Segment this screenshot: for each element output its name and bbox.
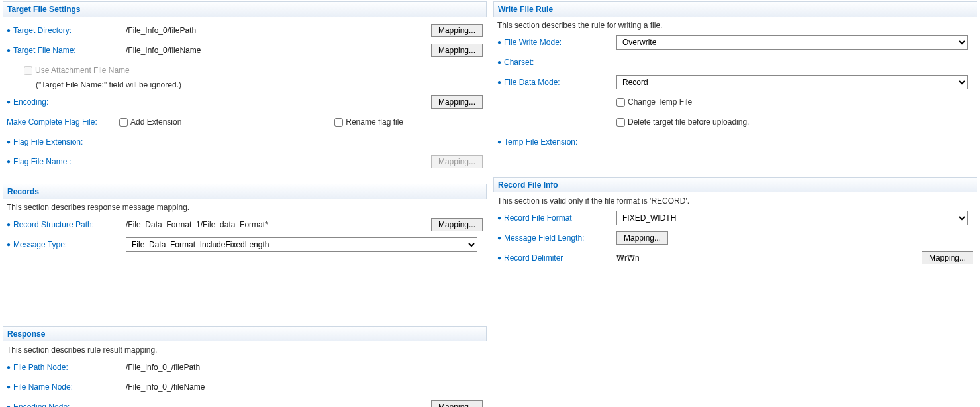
checkbox-input[interactable] (119, 118, 128, 127)
checkbox-delete-target-file[interactable]: Delete target file before uploading. (616, 117, 749, 127)
bullet-icon: ● (497, 59, 504, 66)
label-file-path-node: File Path Node: (13, 363, 126, 372)
note-use-attachment: ("Target File Name:" field will be ignor… (7, 80, 483, 89)
checkbox-change-temp-file[interactable]: Change Temp File (616, 97, 692, 107)
label-message-field-length: Message Field Length: (504, 233, 616, 243)
bullet-icon: ● (7, 364, 13, 371)
checkbox-input[interactable] (334, 118, 343, 127)
value-file-path-node: /File_info_0_/filePath (126, 363, 483, 372)
section-header: Records (3, 184, 487, 199)
section-header: Target File Settings (3, 1, 487, 17)
label-message-type: Message Type: (13, 240, 126, 249)
bullet-icon: ● (497, 139, 504, 145)
section-records: Records This section describes response … (3, 184, 487, 260)
bullet-icon: ● (7, 221, 13, 228)
label-charset: Charset: (504, 58, 616, 67)
label-file-write-mode: File Write Mode: (504, 38, 616, 47)
bullet-icon: ● (7, 241, 13, 248)
mapping-button-record-delimiter[interactable]: Mapping... (922, 251, 973, 264)
section-description: This section describes the rule for writ… (497, 21, 973, 30)
label-file-name-node: File Name Node: (13, 382, 126, 392)
bullet-icon: ● (497, 39, 504, 46)
section-header: Write File Rule (493, 1, 977, 17)
checkbox-use-attachment[interactable]: Use Attachment File Name (24, 66, 130, 75)
mapping-button-flag-file-name: Mapping... (431, 155, 483, 168)
value-target-directory: /File_Info_0/filePath (126, 26, 431, 35)
bullet-icon: ● (7, 384, 13, 390)
checkbox-label: Change Temp File (628, 97, 692, 107)
bullet-icon: ● (497, 79, 504, 86)
label-record-structure-path: Record Structure Path: (13, 220, 126, 229)
bullet-icon: ● (7, 47, 13, 54)
mapping-button-encoding[interactable]: Mapping... (431, 95, 483, 109)
section-description: This section describes response message … (7, 203, 483, 212)
bullet-icon: ● (497, 215, 504, 221)
section-header: Response (3, 326, 487, 341)
checkbox-rename-flag-file[interactable]: Rename flag file (334, 117, 403, 127)
select-file-write-mode[interactable]: Overwrite (616, 35, 968, 50)
label-target-directory: Target Directory: (13, 26, 126, 35)
value-file-name-node: /File_info_0_/fileName (126, 382, 483, 392)
label-encoding-node: Encoding Node: (13, 402, 126, 407)
bullet-icon: ● (7, 27, 13, 34)
label-make-flag-file: Make Complete Flag File: (7, 117, 119, 127)
section-write-file-rule: Write File Rule This section describes t… (493, 1, 977, 157)
mapping-button-encoding-node[interactable]: Mapping... (431, 400, 483, 407)
section-response: Response This section describes rule res… (3, 326, 487, 407)
label-record-delimiter: Record Delimiter (504, 253, 616, 262)
label-target-file-name: Target File Name: (13, 46, 126, 55)
section-description: This section is valid only if the file f… (497, 196, 973, 205)
checkbox-input[interactable] (24, 66, 32, 75)
mapping-button-target-directory[interactable]: Mapping... (431, 24, 483, 37)
label-file-data-mode: File Data Mode: (504, 78, 616, 87)
select-message-type[interactable]: File_Data_Format_IncludeFixedLength (126, 237, 477, 252)
value-target-file-name: /File_Info_0/fileName (126, 46, 431, 55)
bullet-icon: ● (497, 255, 504, 261)
label-flag-file-extension: Flag File Extension: (13, 137, 126, 146)
checkbox-label: Delete target file before uploading. (628, 117, 749, 127)
bullet-icon: ● (497, 235, 504, 241)
mapping-button-message-field-length[interactable]: Mapping... (616, 231, 668, 245)
mapping-button-record-structure-path[interactable]: Mapping... (431, 218, 483, 231)
label-temp-file-extension: Temp File Extension: (504, 137, 616, 146)
value-record-structure-path: /File_Data_Format_1/File_data_Format* (126, 220, 431, 229)
value-record-delimiter: ₩r₩n (616, 253, 922, 262)
section-record-file-info: Record File Info This section is valid o… (493, 177, 977, 273)
section-target-file-settings: Target File Settings ● Target Directory:… (3, 1, 487, 177)
label-record-file-format: Record File Format (504, 213, 616, 223)
checkbox-label: Rename flag file (346, 117, 403, 127)
checkbox-label: Add Extension (130, 117, 181, 127)
section-header: Record File Info (493, 177, 977, 192)
select-file-data-mode[interactable]: Record (616, 75, 968, 89)
checkbox-label: Use Attachment File Name (35, 66, 130, 75)
section-description: This section describes rule result mappi… (7, 345, 483, 355)
label-encoding: Encoding: (13, 97, 126, 107)
bullet-icon: ● (7, 139, 13, 145)
checkbox-input[interactable] (616, 98, 625, 107)
bullet-icon: ● (7, 404, 13, 407)
select-record-file-format[interactable]: FIXED_WIDTH (616, 211, 968, 225)
mapping-button-target-file-name[interactable]: Mapping... (431, 44, 483, 57)
label-flag-file-name: Flag File Name : (13, 157, 126, 166)
checkbox-add-extension[interactable]: Add Extension (119, 117, 181, 127)
bullet-icon: ● (7, 158, 13, 165)
bullet-icon: ● (7, 99, 13, 105)
checkbox-input[interactable] (616, 118, 625, 127)
